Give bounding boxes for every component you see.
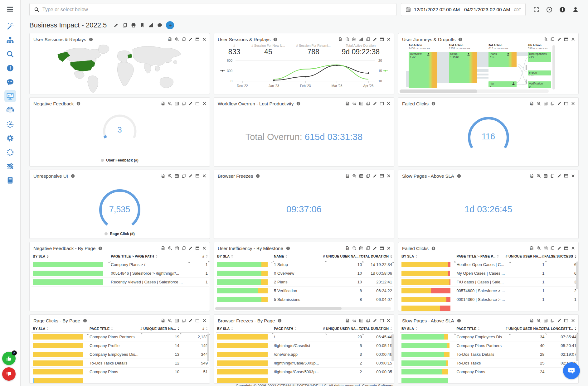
close-icon[interactable] (571, 246, 575, 250)
copy-icon[interactable] (366, 37, 370, 41)
calendar-icon[interactable] (543, 174, 548, 178)
column-resize-handle[interactable] (325, 261, 327, 263)
info-icon[interactable] (76, 102, 80, 106)
window-icon[interactable] (195, 246, 200, 250)
copy-icon[interactable] (550, 37, 555, 41)
table-row[interactable]: To-Dos Tasks2502:15:09 (400, 359, 578, 368)
table-row[interactable]: /one/one.app300:00:46 (216, 350, 393, 359)
sidebar-item-alert[interactable] (4, 62, 16, 74)
edit-icon[interactable] (188, 101, 193, 106)
close-icon[interactable] (202, 246, 207, 250)
table-row[interactable]: /lightning/r/Case/5003p...200:00:35 (216, 368, 393, 376)
sort-icon[interactable] (206, 327, 208, 330)
column-resize-handle[interactable] (545, 261, 547, 263)
info-icon[interactable] (98, 246, 102, 250)
sidebar-item-menu[interactable] (4, 3, 16, 15)
copy-icon[interactable] (182, 37, 186, 41)
edit-icon[interactable] (557, 174, 561, 178)
csv-icon[interactable] (345, 318, 350, 323)
sidebar-item-book[interactable] (4, 174, 16, 186)
csv-icon[interactable] (345, 174, 350, 178)
csv-icon[interactable] (161, 318, 165, 323)
csv-icon[interactable] (530, 318, 534, 323)
copy-icon[interactable] (366, 174, 370, 178)
close-icon[interactable] (386, 174, 391, 178)
edit-icon[interactable] (373, 174, 377, 178)
table-row[interactable]: Recently Viewed | Cases | Salesforce ...… (32, 278, 209, 287)
calendar-icon[interactable] (352, 37, 357, 41)
column-header[interactable]: BY SLA (216, 252, 273, 260)
date-range-picker[interactable]: 12/01/2022 02:00 AM - 04/21/2023 02:00 A… (401, 3, 526, 16)
info-icon[interactable] (83, 319, 87, 323)
column-header[interactable]: # UNIQUE USER NA... (510, 252, 546, 260)
copy-icon[interactable] (366, 101, 370, 106)
table-row[interactable]: /lightning/o/Case/list500:05:19 (216, 341, 393, 350)
column-resize-handle[interactable] (362, 261, 364, 263)
column-resize-handle[interactable] (87, 333, 89, 335)
close-icon[interactable] (571, 318, 575, 323)
copy-icon[interactable] (550, 174, 555, 178)
edit-icon[interactable] (188, 318, 193, 323)
journey-node-import[interactable]: Import183 (528, 70, 551, 75)
table-row[interactable]: 00514846 | Salesforce > /lightning/r/...… (32, 269, 209, 278)
table-row[interactable]: 1 Setup101d 19:22:34 (216, 260, 393, 269)
journey-node-discrepancies[interactable]: Discrepancies413 (528, 52, 551, 62)
table-row[interactable]: Heather Open Cases | C...16 (400, 260, 578, 269)
table-row[interactable] (216, 376, 393, 384)
copy-icon[interactable] (122, 23, 127, 28)
window-icon[interactable] (564, 318, 568, 323)
zoom-icon[interactable] (352, 101, 357, 106)
column-header[interactable]: PAGE TITLE > PAGE PATH (109, 252, 189, 260)
column-header[interactable]: TOTAL DURATION (363, 252, 393, 260)
column-resize-handle[interactable] (325, 333, 327, 335)
column-resize-handle[interactable] (509, 333, 511, 335)
bookmark-icon[interactable] (140, 23, 145, 28)
info-icon[interactable] (457, 319, 461, 323)
info-icon[interactable] (296, 102, 300, 106)
column-resize-handle[interactable] (179, 333, 182, 335)
column-resize-handle[interactable] (188, 261, 190, 263)
world-map[interactable] (30, 43, 210, 94)
window-icon[interactable] (195, 37, 200, 41)
window-icon[interactable] (380, 174, 384, 178)
window-icon[interactable] (564, 101, 568, 106)
close-icon[interactable] (571, 37, 575, 41)
table-row[interactable]: My Open Cases | Cases ...16 (400, 269, 578, 278)
table-row[interactable]: Company Plans1051 (32, 368, 209, 376)
edit-icon[interactable] (557, 246, 561, 250)
column-header[interactable]: BY SLA (216, 325, 273, 332)
column-resize-handle[interactable] (271, 261, 274, 263)
sidebar-item-sliders[interactable] (4, 160, 16, 172)
window-icon[interactable] (195, 101, 200, 106)
bars-icon[interactable] (359, 37, 363, 41)
column-header[interactable]: PAGE TITLE (88, 325, 142, 332)
close-icon[interactable] (202, 174, 207, 178)
csv-icon[interactable] (530, 246, 534, 250)
close-icon[interactable] (386, 246, 391, 250)
csv-icon[interactable] (161, 246, 165, 250)
column-resize-handle[interactable] (362, 333, 364, 335)
copy-icon[interactable] (182, 318, 186, 323)
column-header[interactable]: BY SLA (400, 252, 455, 260)
play-icon[interactable] (546, 7, 552, 13)
feedback-icon[interactable] (157, 23, 162, 28)
zoom-icon[interactable] (175, 37, 179, 41)
column-resize-handle[interactable] (208, 261, 210, 263)
window-icon[interactable] (564, 174, 568, 178)
zoom-icon[interactable] (168, 246, 172, 250)
column-header[interactable]: NAME (273, 252, 326, 260)
table-row[interactable]: 00014360 | Salesforce > ...11 (400, 295, 578, 304)
csv-icon[interactable] (168, 37, 172, 41)
csv-icon[interactable] (345, 246, 350, 250)
zoom-icon[interactable] (345, 37, 350, 41)
sort-icon[interactable] (177, 327, 179, 330)
column-header[interactable]: # (181, 325, 209, 332)
info-icon[interactable] (89, 37, 93, 41)
journey-node-verification[interactable]: Verification2 (528, 81, 551, 88)
column-resize-handle[interactable] (454, 261, 456, 263)
edit-icon[interactable] (557, 318, 561, 323)
zoom-icon[interactable] (352, 174, 357, 178)
copy-icon[interactable] (550, 318, 555, 323)
sort-icon[interactable] (206, 255, 208, 258)
edit-icon[interactable] (188, 174, 193, 178)
